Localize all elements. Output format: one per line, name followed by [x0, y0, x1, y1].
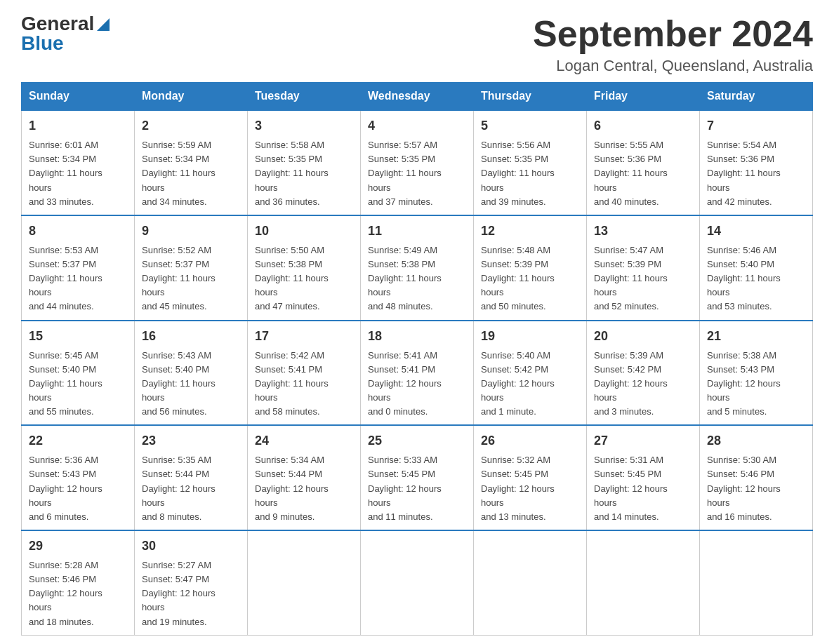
day-info: Sunrise: 5:30 AMSunset: 5:46 PMDaylight:… — [707, 453, 805, 524]
week-row-5: 29Sunrise: 5:28 AMSunset: 5:46 PMDayligh… — [22, 530, 813, 635]
day-info: Sunrise: 5:59 AMSunset: 5:34 PMDaylight:… — [142, 138, 240, 209]
calendar-title: September 2024 — [533, 14, 813, 54]
calendar-cell: 7Sunrise: 5:54 AMSunset: 5:36 PMDaylight… — [700, 110, 813, 215]
calendar-cell: 1Sunrise: 6:01 AMSunset: 5:34 PMDaylight… — [22, 110, 135, 215]
day-info: Sunrise: 5:39 AMSunset: 5:42 PMDaylight:… — [594, 349, 692, 420]
day-number: 13 — [594, 222, 692, 241]
day-number: 11 — [368, 222, 466, 241]
week-row-2: 8Sunrise: 5:53 AMSunset: 5:37 PMDaylight… — [22, 215, 813, 321]
day-info: Sunrise: 5:41 AMSunset: 5:41 PMDaylight:… — [368, 349, 466, 420]
calendar-cell: 26Sunrise: 5:32 AMSunset: 5:45 PMDayligh… — [474, 425, 587, 530]
calendar-cell: 23Sunrise: 5:35 AMSunset: 5:44 PMDayligh… — [135, 425, 248, 530]
calendar-cell — [474, 530, 587, 635]
day-number: 19 — [481, 327, 579, 346]
calendar-cell: 16Sunrise: 5:43 AMSunset: 5:40 PMDayligh… — [135, 321, 248, 426]
day-info: Sunrise: 5:53 AMSunset: 5:37 PMDaylight:… — [29, 243, 127, 314]
calendar-cell: 10Sunrise: 5:50 AMSunset: 5:38 PMDayligh… — [248, 215, 361, 321]
calendar-table: SundayMondayTuesdayWednesdayThursdayFrid… — [21, 82, 813, 636]
calendar-cell: 24Sunrise: 5:34 AMSunset: 5:44 PMDayligh… — [248, 425, 361, 530]
calendar-cell: 25Sunrise: 5:33 AMSunset: 5:45 PMDayligh… — [361, 425, 474, 530]
day-info: Sunrise: 6:01 AMSunset: 5:34 PMDaylight:… — [29, 138, 127, 209]
day-info: Sunrise: 5:32 AMSunset: 5:45 PMDaylight:… — [481, 453, 579, 524]
calendar-cell: 13Sunrise: 5:47 AMSunset: 5:39 PMDayligh… — [587, 215, 700, 321]
header-tuesday: Tuesday — [248, 83, 361, 111]
day-number: 7 — [707, 116, 805, 135]
day-number: 18 — [368, 327, 466, 346]
calendar-cell: 29Sunrise: 5:28 AMSunset: 5:46 PMDayligh… — [22, 530, 135, 635]
day-info: Sunrise: 5:33 AMSunset: 5:45 PMDaylight:… — [368, 453, 466, 524]
calendar-subtitle: Logan Central, Queensland, Australia — [533, 57, 813, 75]
calendar-cell: 8Sunrise: 5:53 AMSunset: 5:37 PMDaylight… — [22, 215, 135, 321]
day-number: 14 — [707, 222, 805, 241]
calendar-cell: 4Sunrise: 5:57 AMSunset: 5:35 PMDaylight… — [361, 110, 474, 215]
calendar-cell: 9Sunrise: 5:52 AMSunset: 5:37 PMDaylight… — [135, 215, 248, 321]
day-number: 29 — [29, 537, 127, 556]
day-info: Sunrise: 5:42 AMSunset: 5:41 PMDaylight:… — [255, 349, 353, 420]
day-number: 24 — [255, 431, 353, 450]
calendar-cell: 17Sunrise: 5:42 AMSunset: 5:41 PMDayligh… — [248, 321, 361, 426]
calendar-cell: 27Sunrise: 5:31 AMSunset: 5:45 PMDayligh… — [587, 425, 700, 530]
day-number: 21 — [707, 327, 805, 346]
day-info: Sunrise: 5:48 AMSunset: 5:39 PMDaylight:… — [481, 243, 579, 314]
logo: General Blue — [21, 14, 111, 53]
svg-marker-0 — [97, 18, 110, 31]
calendar-cell: 15Sunrise: 5:45 AMSunset: 5:40 PMDayligh… — [22, 321, 135, 426]
header-friday: Friday — [587, 83, 700, 111]
header-row: SundayMondayTuesdayWednesdayThursdayFrid… — [22, 83, 813, 111]
logo-general-text: General — [21, 14, 94, 34]
day-info: Sunrise: 5:31 AMSunset: 5:45 PMDaylight:… — [594, 453, 692, 524]
day-info: Sunrise: 5:54 AMSunset: 5:36 PMDaylight:… — [707, 138, 805, 209]
header: General Blue September 2024 Logan Centra… — [21, 14, 813, 75]
calendar-cell — [587, 530, 700, 635]
day-info: Sunrise: 5:49 AMSunset: 5:38 PMDaylight:… — [368, 243, 466, 314]
day-info: Sunrise: 5:47 AMSunset: 5:39 PMDaylight:… — [594, 243, 692, 314]
day-info: Sunrise: 5:27 AMSunset: 5:47 PMDaylight:… — [142, 558, 240, 629]
week-row-3: 15Sunrise: 5:45 AMSunset: 5:40 PMDayligh… — [22, 321, 813, 426]
day-number: 3 — [255, 116, 353, 135]
day-number: 15 — [29, 327, 127, 346]
day-number: 22 — [29, 431, 127, 450]
day-number: 8 — [29, 222, 127, 241]
day-number: 27 — [594, 431, 692, 450]
day-number: 6 — [594, 116, 692, 135]
day-info: Sunrise: 5:55 AMSunset: 5:36 PMDaylight:… — [594, 138, 692, 209]
calendar-cell: 19Sunrise: 5:40 AMSunset: 5:42 PMDayligh… — [474, 321, 587, 426]
day-number: 26 — [481, 431, 579, 450]
day-info: Sunrise: 5:35 AMSunset: 5:44 PMDaylight:… — [142, 453, 240, 524]
day-number: 5 — [481, 116, 579, 135]
day-info: Sunrise: 5:36 AMSunset: 5:43 PMDaylight:… — [29, 453, 127, 524]
calendar-cell: 18Sunrise: 5:41 AMSunset: 5:41 PMDayligh… — [361, 321, 474, 426]
week-row-4: 22Sunrise: 5:36 AMSunset: 5:43 PMDayligh… — [22, 425, 813, 530]
day-number: 30 — [142, 537, 240, 556]
logo-triangle-icon — [95, 17, 111, 32]
calendar-cell: 2Sunrise: 5:59 AMSunset: 5:34 PMDaylight… — [135, 110, 248, 215]
day-info: Sunrise: 5:46 AMSunset: 5:40 PMDaylight:… — [707, 243, 805, 314]
day-number: 17 — [255, 327, 353, 346]
day-info: Sunrise: 5:50 AMSunset: 5:38 PMDaylight:… — [255, 243, 353, 314]
calendar-cell: 5Sunrise: 5:56 AMSunset: 5:35 PMDaylight… — [474, 110, 587, 215]
day-number: 20 — [594, 327, 692, 346]
day-info: Sunrise: 5:34 AMSunset: 5:44 PMDaylight:… — [255, 453, 353, 524]
day-info: Sunrise: 5:40 AMSunset: 5:42 PMDaylight:… — [481, 349, 579, 420]
header-monday: Monday — [135, 83, 248, 111]
calendar-cell — [700, 530, 813, 635]
calendar-cell: 11Sunrise: 5:49 AMSunset: 5:38 PMDayligh… — [361, 215, 474, 321]
day-number: 12 — [481, 222, 579, 241]
week-row-1: 1Sunrise: 6:01 AMSunset: 5:34 PMDaylight… — [22, 110, 813, 215]
calendar-cell — [361, 530, 474, 635]
calendar-cell — [248, 530, 361, 635]
day-info: Sunrise: 5:45 AMSunset: 5:40 PMDaylight:… — [29, 349, 127, 420]
day-info: Sunrise: 5:58 AMSunset: 5:35 PMDaylight:… — [255, 138, 353, 209]
header-wednesday: Wednesday — [361, 83, 474, 111]
day-number: 2 — [142, 116, 240, 135]
calendar-cell: 12Sunrise: 5:48 AMSunset: 5:39 PMDayligh… — [474, 215, 587, 321]
calendar-cell: 14Sunrise: 5:46 AMSunset: 5:40 PMDayligh… — [700, 215, 813, 321]
calendar-cell: 20Sunrise: 5:39 AMSunset: 5:42 PMDayligh… — [587, 321, 700, 426]
day-number: 16 — [142, 327, 240, 346]
header-thursday: Thursday — [474, 83, 587, 111]
day-info: Sunrise: 5:43 AMSunset: 5:40 PMDaylight:… — [142, 349, 240, 420]
day-number: 9 — [142, 222, 240, 241]
day-info: Sunrise: 5:56 AMSunset: 5:35 PMDaylight:… — [481, 138, 579, 209]
calendar-cell: 30Sunrise: 5:27 AMSunset: 5:47 PMDayligh… — [135, 530, 248, 635]
calendar-cell: 6Sunrise: 5:55 AMSunset: 5:36 PMDaylight… — [587, 110, 700, 215]
